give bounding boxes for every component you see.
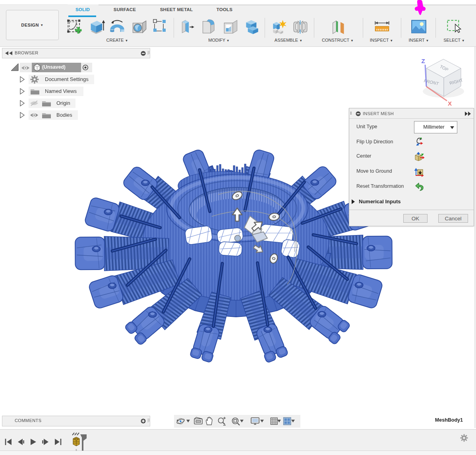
svg-text:Z: Z (421, 58, 425, 64)
svg-text:X: X (448, 100, 452, 107)
